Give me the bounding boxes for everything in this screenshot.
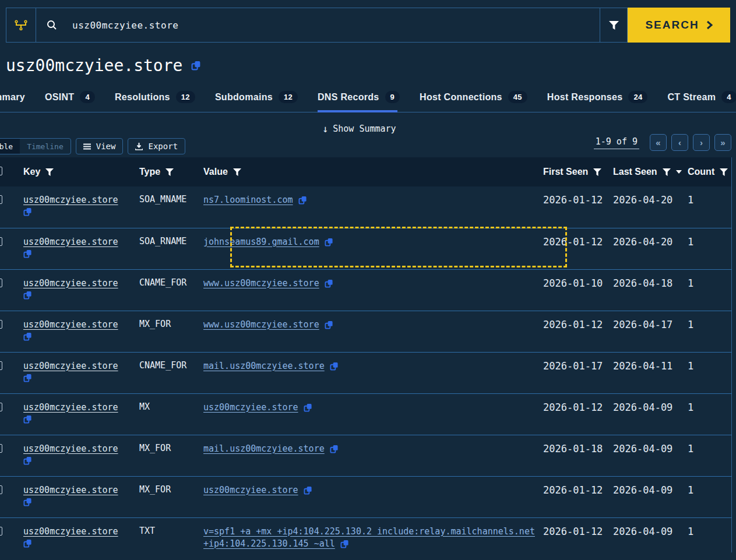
tab-count-badge: 24	[628, 91, 647, 103]
record-value-link[interactable]: ns7.loominost.com	[203, 195, 293, 205]
record-key-link[interactable]: usz00mczyiee.store	[23, 195, 118, 205]
tab-count-badge: 4	[80, 91, 95, 103]
record-value-link[interactable]: mail.usz00mczyiee.store	[203, 443, 325, 454]
app-logo[interactable]	[6, 8, 36, 43]
tab-bar: Summary OSINT 4 Resolutions 12 Subdomain…	[0, 91, 736, 112]
filter-funnel-icon[interactable]	[165, 168, 174, 176]
search-button[interactable]: SEARCH	[628, 8, 730, 43]
search-button-label: SEARCH	[645, 19, 699, 31]
filter-funnel-icon[interactable]	[663, 168, 671, 176]
sort-descending-icon[interactable]	[676, 170, 682, 174]
record-value-link[interactable]: www.usz00mczyiee.store	[203, 319, 319, 330]
copy-value-icon[interactable]	[340, 540, 349, 548]
controls-row: ↓ Show Summary Table Timeline View Expor…	[0, 112, 736, 157]
copy-value-icon[interactable]	[298, 196, 307, 205]
row-checkbox[interactable]	[0, 237, 2, 246]
row-checkbox[interactable]	[0, 403, 2, 411]
show-summary-label: Show Summary	[333, 124, 396, 134]
tab-label: OSINT	[45, 92, 74, 103]
record-key-link[interactable]: usz00mczyiee.store	[23, 526, 118, 537]
record-key-link[interactable]: usz00mczyiee.store	[23, 443, 118, 454]
copy-key-icon[interactable]	[23, 207, 32, 216]
tab-count-badge: 12	[176, 91, 195, 103]
record-key-link[interactable]: usz00mczyiee.store	[23, 319, 118, 330]
copy-value-icon[interactable]	[325, 238, 333, 246]
tab-dns-records[interactable]: DNS Records 9	[318, 91, 400, 103]
tab-label: Summary	[0, 92, 25, 103]
search-filter-button[interactable]	[600, 8, 628, 43]
row-checkbox[interactable]	[0, 361, 2, 370]
record-key-link[interactable]: usz00mczyiee.store	[23, 278, 118, 288]
prev-page-button[interactable]: ‹	[671, 134, 688, 151]
row-checkbox[interactable]	[0, 527, 2, 536]
tab-subdomains[interactable]: Subdomains 12	[215, 91, 298, 103]
record-key-link[interactable]: usz00mczyiee.store	[23, 402, 118, 413]
record-key-link[interactable]: usz00mczyiee.store	[23, 237, 118, 247]
record-value-link[interactable]: www.usz00mczyiee.store	[203, 278, 319, 288]
first-page-button[interactable]: «	[650, 134, 667, 151]
row-checkbox[interactable]	[0, 320, 2, 329]
view-button[interactable]: View	[76, 138, 124, 154]
copy-key-icon[interactable]	[23, 291, 32, 300]
tab-resolutions[interactable]: Resolutions 12	[115, 91, 195, 103]
next-page-button[interactable]: ›	[693, 134, 710, 151]
record-value-link[interactable]: johnseamus89.gmail.com	[203, 237, 319, 247]
row-checkbox[interactable]	[0, 485, 2, 494]
tab-host-connections[interactable]: Host Connections 45	[420, 91, 527, 103]
copy-value-icon[interactable]	[330, 445, 339, 453]
copy-value-icon[interactable]	[325, 320, 333, 329]
record-key-link[interactable]: usz00mczyiee.store	[23, 361, 118, 371]
view-mode-toggle: Table Timeline	[0, 138, 71, 154]
pagination: 1-9 of 9 « ‹ › »	[594, 134, 731, 151]
copy-value-icon[interactable]	[304, 403, 312, 412]
tab-host-responses[interactable]: Host Responses 24	[547, 91, 648, 103]
record-type: MX	[139, 401, 150, 412]
record-count: 1	[688, 360, 693, 372]
record-type: SOA_RNAME	[139, 236, 186, 246]
export-button[interactable]: Export	[128, 138, 185, 154]
show-summary-link[interactable]: ↓ Show Summary	[322, 123, 396, 135]
copy-key-icon[interactable]	[23, 498, 32, 506]
copy-value-icon[interactable]	[330, 362, 339, 371]
row-checkbox[interactable]	[0, 195, 2, 204]
record-value-link[interactable]: v=spf1 +a +mx +ip4:104.225.130.2 include…	[203, 526, 535, 549]
tab-label: Host Connections	[420, 92, 502, 103]
table-body: usz00mczyiee.store SOA_MNAME ns7.loomino…	[0, 186, 731, 552]
record-value-link[interactable]: usz00mczyiee.store	[203, 485, 298, 495]
view-mode-table[interactable]: Table	[0, 139, 20, 154]
filter-funnel-icon[interactable]	[720, 168, 728, 176]
filter-funnel-icon[interactable]	[45, 168, 54, 176]
dns-record-row: usz00mczyiee.store CNAME_FOR mail.usz00m…	[0, 352, 731, 393]
dns-record-row: usz00mczyiee.store MX usz00mczyiee.store…	[0, 393, 731, 435]
filter-funnel-icon[interactable]	[593, 168, 601, 176]
record-value-link[interactable]: mail.usz00mczyiee.store	[203, 361, 325, 371]
view-controls: Table Timeline View Export	[0, 138, 185, 154]
record-count: 1	[688, 319, 693, 330]
search-input[interactable]	[72, 20, 600, 31]
copy-title-icon[interactable]	[191, 61, 201, 71]
copy-key-icon[interactable]	[23, 332, 32, 341]
copy-key-icon[interactable]	[23, 456, 32, 465]
filter-funnel-icon[interactable]	[233, 168, 241, 176]
last-page-button[interactable]: »	[714, 134, 731, 151]
tab-summary[interactable]: Summary	[0, 92, 25, 103]
row-checkbox[interactable]	[0, 279, 2, 287]
copy-value-icon[interactable]	[304, 486, 312, 495]
tab-ct-stream[interactable]: CT Stream 4	[667, 91, 736, 103]
record-key-link[interactable]: usz00mczyiee.store	[23, 485, 118, 495]
copy-value-icon[interactable]	[325, 279, 333, 288]
last-seen-date: 2026-04-09	[613, 484, 672, 496]
view-mode-timeline[interactable]: Timeline	[20, 139, 71, 154]
select-all-checkbox[interactable]	[0, 167, 2, 175]
tab-osint[interactable]: OSINT 4	[45, 91, 95, 103]
tab-count-badge: 12	[279, 91, 298, 103]
record-value-link[interactable]: usz00mczyiee.store	[203, 402, 298, 413]
column-header-last-seen: Last Seen	[613, 167, 657, 177]
top-search-bar: SEARCH	[6, 8, 730, 43]
copy-key-icon[interactable]	[23, 539, 32, 548]
copy-key-icon[interactable]	[23, 374, 32, 382]
copy-key-icon[interactable]	[23, 249, 32, 258]
record-count: 1	[688, 401, 693, 413]
copy-key-icon[interactable]	[23, 415, 32, 424]
row-checkbox[interactable]	[0, 444, 2, 453]
